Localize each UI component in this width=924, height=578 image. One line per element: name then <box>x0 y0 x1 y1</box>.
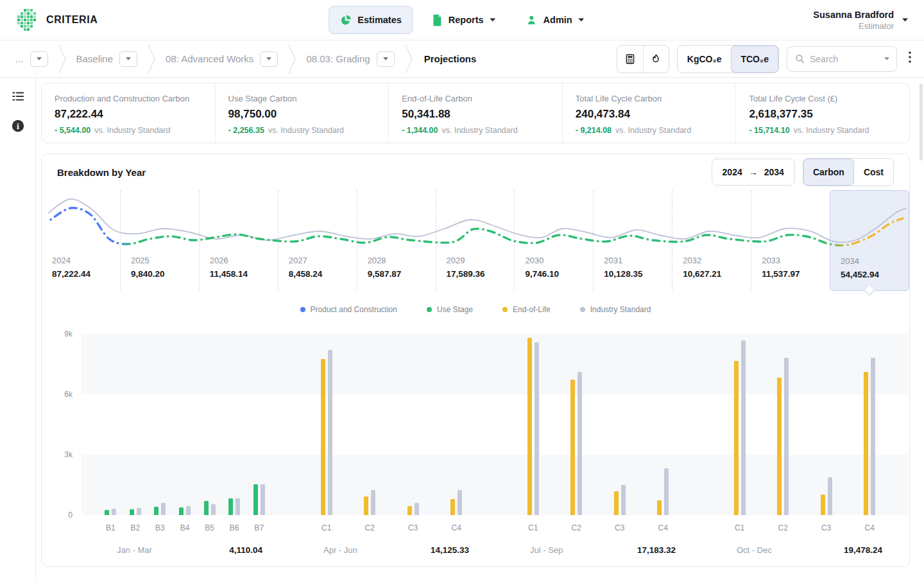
year-column-2031[interactable]: 203110,128.35 <box>593 190 672 291</box>
year-value: 87,222.44 <box>52 269 120 279</box>
breakdown-card: Breakdown by Year 2024 → 2034 CarbonCost… <box>41 153 910 567</box>
kebab-menu-button[interactable] <box>905 49 915 69</box>
unit-toggle: KgCO₂eTCO₂e <box>677 45 779 73</box>
bar-chart: B1B2B3B4B5B6B7Jan - Mar4,110.04C1C2C3C4A… <box>81 324 908 566</box>
breadcrumb-separator-icon <box>148 40 155 77</box>
category-label: C4 <box>865 523 875 536</box>
year-label: 2025 <box>131 256 199 265</box>
actual-bar[interactable] <box>570 380 575 515</box>
breadcrumb-dropdown-button[interactable] <box>377 51 395 67</box>
year-label: 2029 <box>447 256 515 265</box>
actual-bar[interactable] <box>204 501 209 515</box>
actual-bar[interactable] <box>407 506 412 515</box>
actual-bar[interactable] <box>253 484 258 515</box>
industry-standard-bar[interactable] <box>828 477 832 515</box>
industry-standard-bar[interactable] <box>261 484 265 515</box>
stat-delta: - 5,544.00 <box>55 126 90 135</box>
stat-delta-row: - 2,256.35vs. Industry Standard <box>228 126 376 135</box>
actual-bar[interactable] <box>364 496 368 515</box>
actual-bar[interactable] <box>614 491 619 515</box>
year-value: 9,587.87 <box>368 269 436 279</box>
carbon-intensity-button[interactable] <box>643 46 669 73</box>
unit-option-tcoe[interactable]: TCO₂e <box>731 46 778 73</box>
breakdown-title: Breakdown by Year <box>57 167 146 178</box>
category-label: B2 <box>131 523 141 536</box>
actual-bar[interactable] <box>154 507 158 515</box>
legend-item-industry-standard[interactable]: Industry Standard <box>580 305 651 314</box>
search-input[interactable]: Search <box>787 46 897 72</box>
year-value: 10,128.35 <box>604 269 672 279</box>
actual-bar[interactable] <box>821 495 825 515</box>
info-button[interactable]: i <box>8 116 28 136</box>
bars-row: B1B2B3B4B5B6B7 <box>81 324 288 536</box>
actual-bar[interactable] <box>527 338 532 515</box>
nav-admin[interactable]: Admin <box>516 6 595 34</box>
industry-standard-bar[interactable] <box>112 509 116 515</box>
year-column-2025[interactable]: 20259,840.20 <box>120 190 199 291</box>
actual-bar[interactable] <box>657 500 662 515</box>
industry-standard-bar[interactable] <box>137 508 141 515</box>
quarter-oct-dec: C1C2C3C4Oct - Dec19,478.24 <box>701 324 908 555</box>
view-option-carbon[interactable]: Carbon <box>803 159 854 186</box>
actual-bar[interactable] <box>130 509 134 515</box>
actual-bar[interactable] <box>450 499 455 515</box>
year-column-2033[interactable]: 203311,537.97 <box>751 190 830 291</box>
breadcrumb-dropdown-button[interactable] <box>260 51 278 67</box>
brand[interactable]: CRITERIA <box>15 8 98 32</box>
actual-bar[interactable] <box>105 510 109 515</box>
bars-row: C1C2C3C4 <box>701 324 908 536</box>
industry-standard-bar[interactable] <box>371 490 375 515</box>
year-column-2032[interactable]: 203210,627.21 <box>672 190 751 291</box>
breadcrumb-dropdown-button[interactable] <box>30 51 48 67</box>
actual-bar[interactable] <box>864 372 868 515</box>
actual-bar[interactable] <box>228 498 233 515</box>
year-column-2027[interactable]: 20278,458.24 <box>278 190 357 291</box>
legend-item-use-stage[interactable]: Use Stage <box>427 305 473 314</box>
legend-label: Industry Standard <box>590 305 651 314</box>
year-column-2026[interactable]: 202611,458.14 <box>199 190 278 291</box>
unit-option-kgcoe[interactable]: KgCO₂e <box>678 46 732 73</box>
year-column-2030[interactable]: 20309,746.10 <box>514 190 593 291</box>
year-column-2034[interactable]: 203454,452.94 <box>830 190 909 291</box>
industry-standard-bar[interactable] <box>871 358 875 515</box>
industry-standard-bar[interactable] <box>664 468 669 515</box>
actual-bar[interactable] <box>734 361 739 515</box>
industry-standard-bar[interactable] <box>458 490 462 515</box>
industry-standard-bar[interactable] <box>741 340 746 515</box>
y-axis-tick: 6k <box>64 390 73 399</box>
industry-standard-bar[interactable] <box>161 503 166 515</box>
industry-standard-bar[interactable] <box>415 503 419 515</box>
industry-standard-bar[interactable] <box>235 498 240 515</box>
nav-estimates[interactable]: Estimates <box>329 6 413 34</box>
search-placeholder: Search <box>810 54 878 64</box>
stat-card: End-of-Life Carbon50,341.88- 1,344.00vs.… <box>388 83 562 143</box>
industry-standard-bar[interactable] <box>621 485 626 515</box>
actual-bar[interactable] <box>179 507 184 516</box>
chart-quarters: B1B2B3B4B5B6B7Jan - Mar4,110.04C1C2C3C4A… <box>81 324 908 555</box>
nav-reports[interactable]: Reports <box>422 6 507 34</box>
industry-standard-bar[interactable] <box>211 504 216 515</box>
logo-icon <box>15 8 40 32</box>
industry-standard-bar[interactable] <box>784 358 789 515</box>
industry-standard-bar[interactable] <box>578 372 582 515</box>
actual-bar[interactable] <box>321 359 325 515</box>
year-range-button[interactable]: 2024 → 2034 <box>712 159 795 186</box>
industry-standard-bar[interactable] <box>328 350 332 515</box>
bar-group-C2: C2 <box>555 324 599 536</box>
year-column-2028[interactable]: 20289,587.87 <box>357 190 436 291</box>
list-view-button[interactable] <box>8 87 28 106</box>
industry-standard-bar[interactable] <box>186 506 191 515</box>
year-column-2024[interactable]: 202487,222.44 <box>42 190 120 291</box>
legend-item-product-and-construction[interactable]: Product and Construction <box>300 305 397 314</box>
view-option-cost[interactable]: Cost <box>854 159 893 186</box>
legend-item-end-of-life[interactable]: End-of-Life <box>502 305 551 314</box>
actual-bar[interactable] <box>777 378 782 515</box>
user-menu[interactable]: Susanna Bradford Estimator <box>813 10 909 31</box>
scrollbar-thumb[interactable] <box>920 83 923 161</box>
industry-standard-bar[interactable] <box>535 342 539 516</box>
bar-group-C2: C2 <box>348 324 392 536</box>
breadcrumb-dropdown-button[interactable] <box>119 51 137 67</box>
calculator-button[interactable] <box>617 46 643 73</box>
year-value: 11,537.97 <box>762 269 830 279</box>
year-column-2029[interactable]: 202917,589.36 <box>436 190 515 291</box>
